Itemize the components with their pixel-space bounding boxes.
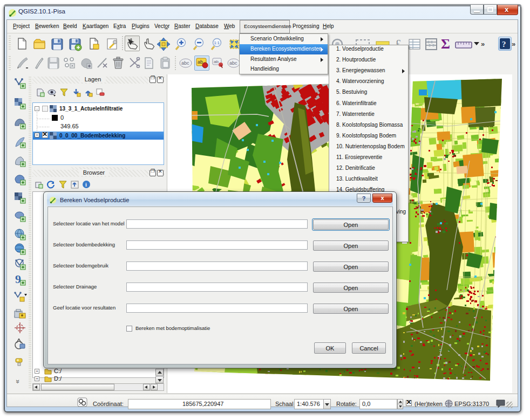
svg-text:1:1: 1:1 — [214, 40, 220, 45]
svg-text:9: 9 — [15, 273, 21, 286]
svg-text:ab: ab — [214, 59, 219, 64]
svg-text:i: i — [85, 182, 87, 188]
svg-text:?: ? — [502, 40, 506, 49]
svg-text:abc: abc — [181, 60, 189, 66]
svg-text:abc: abc — [229, 60, 237, 66]
svg-text:ab: ab — [198, 59, 203, 65]
svg-text:Σ: Σ — [441, 36, 450, 52]
